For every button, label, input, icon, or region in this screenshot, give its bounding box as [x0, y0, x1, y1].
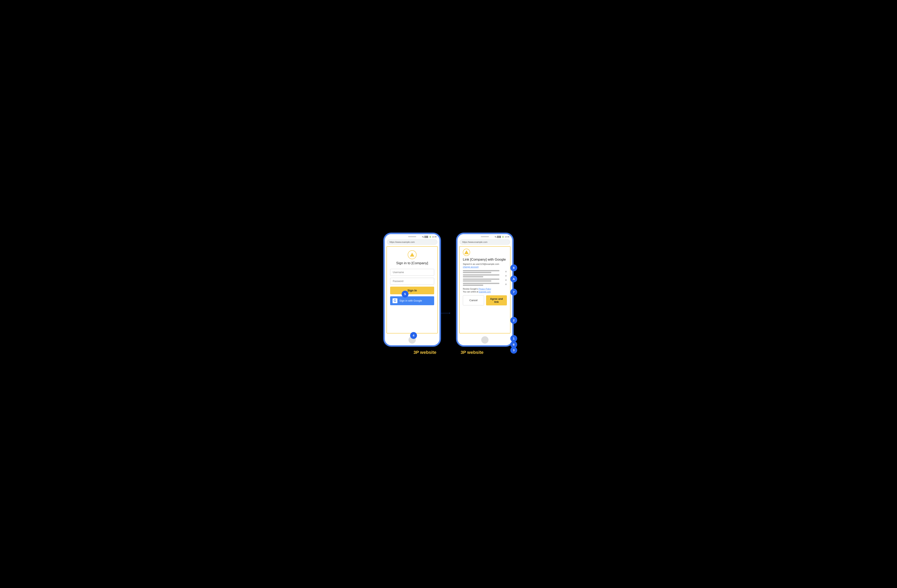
perm-lines-1	[463, 270, 504, 273]
password-input[interactable]	[390, 278, 434, 285]
perm-line	[463, 280, 491, 282]
left-status-icons: ▾▴ ▌▌▌ 🔋 12:30	[422, 236, 436, 238]
right-phone-label: 3P website	[461, 350, 484, 355]
chevron-down-icon-1[interactable]: ∨	[505, 270, 507, 273]
perm-line	[463, 270, 499, 271]
perm-line	[463, 274, 499, 275]
left-phone: ▾▴ ▌▌▌ 🔋 12:30 https://www.example.com S…	[384, 233, 441, 346]
google-btn-label: Sign in with Google	[400, 299, 422, 302]
left-url-bar[interactable]: https://www.example.com	[387, 240, 438, 244]
google-signin-button[interactable]: G Sign in with Google	[390, 296, 434, 305]
unlink-text: You can unlink at example.com	[463, 291, 491, 293]
signed-in-text: Signed in as user123@example.com	[463, 263, 499, 265]
right-phone-wrapper: ▾▴ ▌▌▌ 🔋 12:30 https://www.example.com L…	[456, 233, 513, 346]
right-phone-content: Link [Company] with Google Signed in as …	[459, 246, 511, 333]
perm-line	[463, 283, 499, 284]
annotation-5: 5	[402, 291, 409, 298]
left-phone-speaker	[408, 236, 416, 237]
chevron-down-icon-4[interactable]: ∨	[505, 283, 507, 286]
labels-row: 3P website 3P website	[413, 350, 484, 355]
logo-triangle-icon	[410, 253, 414, 257]
phones-area: ▾▴ ▌▌▌ 🔋 12:30 https://www.example.com S…	[384, 233, 513, 346]
battery-icon-right: 🔋	[502, 236, 504, 238]
annotation-A: A	[510, 275, 517, 283]
perm-lines-3	[463, 279, 504, 282]
right-phone: ▾▴ ▌▌▌ 🔋 12:30 https://www.example.com L…	[456, 233, 513, 346]
cancel-button[interactable]: Cancel	[463, 295, 484, 305]
right-logo-triangle-icon	[464, 250, 469, 254]
username-input[interactable]	[390, 269, 434, 276]
battery-icon: 🔋	[429, 236, 431, 238]
google-icon-wrapper: G	[393, 298, 397, 303]
annotation-7: 7	[510, 289, 517, 296]
change-account-link[interactable]: change account	[463, 266, 479, 268]
perm-lines-4	[463, 283, 504, 286]
perm-line	[463, 272, 491, 273]
unlink-link[interactable]: example.com	[479, 291, 491, 293]
agree-and-link-button[interactable]: Agree and link	[486, 295, 507, 305]
right-status-icons: ▾▴ ▌▌▌ 🔋 12:30	[495, 236, 509, 238]
privacy-policy-link[interactable]: Privacy Policy	[479, 288, 491, 290]
left-phone-wrapper: ▾▴ ▌▌▌ 🔋 12:30 https://www.example.com S…	[384, 233, 441, 346]
right-phone-speaker	[481, 236, 489, 237]
permission-item-4: ∨	[463, 283, 507, 286]
google-g-icon: G	[394, 299, 396, 302]
signal-icon: ▌▌▌	[425, 236, 429, 238]
permissions-list: ∨ ∨	[463, 270, 507, 286]
permission-item-1: ∨	[463, 270, 507, 273]
perm-line	[463, 276, 483, 277]
right-url-bar[interactable]: https://www.example.com	[459, 240, 510, 244]
annotation-2: 2	[510, 317, 517, 324]
time-display-right: 12:30	[505, 236, 509, 238]
diagram-container: ▾▴ ▌▌▌ 🔋 12:30 https://www.example.com S…	[336, 225, 561, 363]
sign-in-title: Sign in to [Company]	[396, 261, 428, 265]
link-title: Link [Company] with Google	[463, 258, 506, 261]
chevron-down-icon-2[interactable]: ∨	[505, 274, 507, 277]
chevron-down-icon-3[interactable]: ∨	[505, 279, 507, 281]
action-buttons: Cancel Agree and link	[463, 295, 507, 305]
left-phone-content: Sign in to [Company] Sign In G Sign in w…	[386, 246, 438, 333]
annotation-3: 3	[510, 347, 517, 354]
wifi-icon-right: ▾▴	[495, 236, 497, 238]
annotation-8: 8	[510, 264, 517, 271]
wifi-icon: ▾▴	[422, 236, 424, 238]
sign-in-button[interactable]: Sign In	[390, 287, 434, 294]
perm-line	[463, 285, 483, 286]
left-phone-label: 3P website	[413, 350, 436, 355]
perm-lines-2	[463, 274, 504, 277]
svg-point-8	[449, 313, 450, 313]
policy-text: Review Google's Privacy Policy	[463, 288, 491, 290]
right-company-logo	[463, 249, 470, 256]
left-company-logo	[408, 250, 416, 259]
perm-line	[463, 279, 499, 280]
annotation-4: 4	[410, 332, 417, 339]
right-home-button[interactable]	[481, 336, 488, 344]
time-display: 12:30	[432, 236, 436, 238]
signal-icon-right: ▌▌▌	[497, 236, 501, 238]
annotation-1: 1	[510, 335, 517, 342]
permission-item-2: ∨	[463, 274, 507, 277]
permission-item-3: ∨	[463, 279, 507, 282]
